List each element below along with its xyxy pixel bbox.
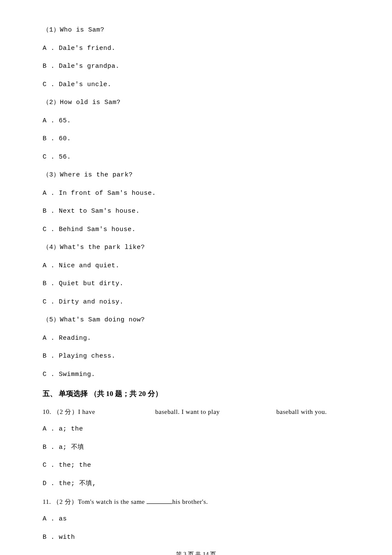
q2-option-a: A . 65.: [43, 116, 349, 126]
q3-option-c: C . Behind Sam's house.: [43, 225, 349, 235]
q10-text-3: baseball with you.: [277, 408, 327, 415]
q10-option-d: D . the; 不填,: [43, 479, 349, 489]
q10-text-1: 10. （2 分）I have: [43, 408, 153, 416]
section-5-heading: 五、 单项选择 （共 10 题；共 20 分）: [43, 389, 349, 399]
q11-text-post: his brother's.: [172, 498, 208, 505]
q3-prompt: （3）Where is the park?: [43, 171, 349, 180]
q11-option-a: A . as: [43, 515, 349, 524]
q10-text-2: baseball. I want to play: [155, 408, 274, 416]
q5-option-a: A . Reading.: [43, 334, 349, 344]
q1-prompt: （1）Who is Sam?: [43, 26, 349, 35]
q4-option-c: C . Dirty and noisy.: [43, 298, 349, 307]
page-footer: 第 3 页 共 14 页: [43, 551, 349, 555]
q11-text-pre: 11. （2 分）Tom's watch is the same: [43, 498, 147, 505]
q2-prompt: （2）How old is Sam?: [43, 98, 349, 108]
q2-option-b: B . 60.: [43, 134, 349, 144]
q3-option-b: B . Next to Sam's house.: [43, 207, 349, 217]
q11-prompt: 11. （2 分）Tom's watch is the same his bro…: [43, 497, 349, 506]
q4-option-a: A . Nice and quiet.: [43, 261, 349, 271]
document-page: （1）Who is Sam? A . Dale's friend. B . Da…: [0, 0, 392, 555]
q5-option-b: B . Playing chess.: [43, 352, 349, 361]
q1-option-a: A . Dale's friend.: [43, 44, 349, 54]
q10-option-b: B . a; 不填: [43, 443, 349, 453]
q4-option-b: B . Quiet but dirty.: [43, 279, 349, 289]
q10-prompt: 10. （2 分）I have baseball. I want to play…: [43, 408, 349, 416]
q5-prompt: （5）What's Sam doing now?: [43, 315, 349, 325]
q5-option-c: C . Swimming.: [43, 370, 349, 380]
q10-option-c: C . the; the: [43, 461, 349, 471]
q2-option-c: C . 56.: [43, 153, 349, 162]
q1-option-c: C . Dale's uncle.: [43, 80, 349, 90]
q4-prompt: （4）What's the park like?: [43, 243, 349, 253]
q3-option-a: A . In front of Sam's house.: [43, 189, 349, 199]
q1-option-b: B . Dale's grandpa.: [43, 62, 349, 72]
blank-fill: [147, 497, 172, 504]
q11-option-b: B . with: [43, 533, 349, 543]
q10-option-a: A . a; the: [43, 425, 349, 434]
